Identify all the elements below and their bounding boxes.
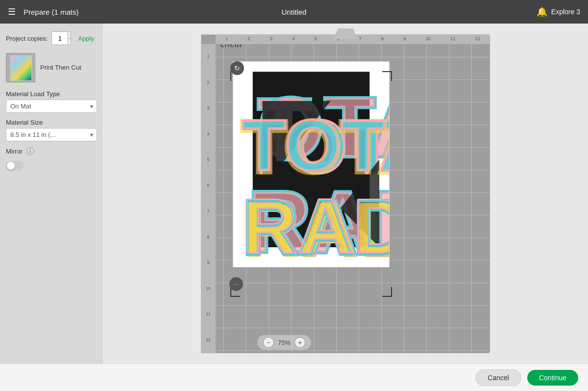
continue-button[interactable]: Continue xyxy=(527,370,578,386)
header-right: 🔔 Explore 3 xyxy=(537,6,580,17)
zoom-level: 75% xyxy=(278,339,291,346)
copies-down-button[interactable]: ▼ xyxy=(68,39,71,45)
copies-arrows: ▲ ▼ xyxy=(68,32,71,45)
svg-text:TOTALLY: TOTALLY xyxy=(242,104,389,185)
ruler-num-4: 4 xyxy=(292,37,294,41)
cancel-button[interactable]: Cancel xyxy=(475,369,521,386)
material-load-select[interactable]: On Mat xyxy=(6,100,97,113)
ruler-left-3: 3 xyxy=(207,106,209,110)
ruler-left-2: 2 xyxy=(207,80,209,85)
mirror-label: Mirror xyxy=(6,148,23,155)
print-page: T T OTALLY OTALLY RAD RAD TOTALLY TOTALL… xyxy=(233,61,390,267)
ruler-left-9: 9 xyxy=(207,261,209,265)
header-title: Prepare (1 mats) xyxy=(24,8,537,16)
ruler-num-10: 10 xyxy=(426,37,431,41)
zoom-in-button[interactable]: + xyxy=(294,337,305,348)
design-svg: T T OTALLY OTALLY RAD RAD TOTALLY TOTALL… xyxy=(233,62,389,267)
copies-input[interactable] xyxy=(52,32,68,45)
bell-icon[interactable]: 🔔 xyxy=(537,6,547,17)
canvas-area: cricut 1 2 3 4 5 6 7 8 9 10 11 12 xyxy=(103,24,588,364)
ruler-num-12: 12 xyxy=(475,37,480,41)
info-icon[interactable]: i xyxy=(26,147,34,155)
mat-thumbnail xyxy=(6,53,35,82)
mirror-row: Mirror i xyxy=(6,147,97,155)
ruler-left-5: 5 xyxy=(207,157,209,162)
material-load-section: Material Load Type On Mat xyxy=(6,90,97,113)
ruler-left-8: 8 xyxy=(207,235,209,239)
ruler-left-10: 10 xyxy=(206,287,211,291)
zoom-out-button[interactable]: − xyxy=(263,337,274,348)
material-load-select-wrap: On Mat xyxy=(6,100,97,113)
bottom-bar: Cancel Continue xyxy=(0,364,588,391)
copies-input-wrap: ▲ ▼ xyxy=(51,31,71,45)
mat-thumbnail-design xyxy=(11,56,31,80)
ruler-left-12: 12 xyxy=(206,338,211,342)
ruler-num-7: 7 xyxy=(359,37,362,41)
ruler-num-11: 11 xyxy=(450,37,455,41)
rotate-handle[interactable]: ↻ xyxy=(230,61,244,75)
ruler-left-4: 4 xyxy=(207,132,209,136)
ruler-num-1: 1 xyxy=(225,37,228,41)
ruler-num-2: 2 xyxy=(248,37,250,41)
material-load-label: Material Load Type xyxy=(6,90,97,98)
mat-notch xyxy=(333,28,358,39)
options-handle[interactable]: ··· xyxy=(229,277,243,291)
header: ☰ Prepare (1 mats) Untitled 🔔 Explore 3 xyxy=(0,0,588,24)
ruler-left: 1 2 3 4 5 6 7 8 9 10 11 12 xyxy=(201,44,216,353)
mat-preview: Print Then Cut xyxy=(6,51,97,84)
zoom-controls: − 75% + xyxy=(257,335,311,350)
sidebar: Project copies: ▲ ▼ Apply Print Then Cut… xyxy=(0,24,103,364)
ruler-left-11: 11 xyxy=(206,312,211,316)
material-size-select-wrap: 8.5 in x 11 in (... xyxy=(6,128,97,141)
mirror-toggle[interactable] xyxy=(6,161,24,171)
project-copies-label: Project copies: xyxy=(6,35,48,42)
material-size-label: Material Size xyxy=(6,119,97,126)
mat-container: cricut 1 2 3 4 5 6 7 8 9 10 11 12 xyxy=(201,34,490,353)
material-size-section: Material Size 8.5 in x 11 in (... xyxy=(6,119,97,141)
explore-label: Explore 3 xyxy=(551,8,580,16)
ruler-num-3: 3 xyxy=(270,37,272,41)
ruler-left-7: 7 xyxy=(207,209,209,213)
menu-icon[interactable]: ☰ xyxy=(8,6,16,17)
mat-thumbnail-inner xyxy=(10,55,32,81)
ruler-num-9: 9 xyxy=(403,37,406,41)
project-copies-row: Project copies: ▲ ▼ Apply xyxy=(6,31,97,45)
mat-label: Print Then Cut xyxy=(40,64,81,72)
main-layout: Project copies: ▲ ▼ Apply Print Then Cut… xyxy=(0,24,588,364)
svg-text:RAD: RAD xyxy=(242,182,389,266)
ruler-left-6: 6 xyxy=(207,183,209,188)
copies-up-button[interactable]: ▲ xyxy=(68,32,71,39)
ruler-left-1: 1 xyxy=(207,54,209,59)
ruler-num-8: 8 xyxy=(381,37,384,41)
material-size-select[interactable]: 8.5 in x 11 in (... xyxy=(6,128,97,141)
apply-button[interactable]: Apply xyxy=(75,34,97,43)
mat-board: cricut 1 2 3 4 5 6 7 8 9 10 11 12 xyxy=(201,34,490,353)
ruler-num-5: 5 xyxy=(315,37,317,41)
document-title: Untitled xyxy=(282,8,307,16)
